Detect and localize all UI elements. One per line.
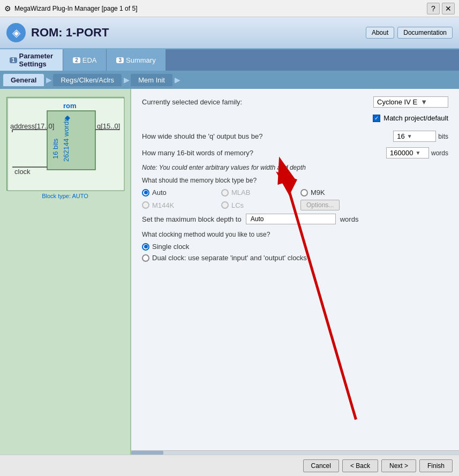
tab-arrow-2: ▶: [124, 75, 130, 84]
tab-mem-init-label: Mem Init: [138, 76, 165, 84]
words-row: How many 16-bit words of memory? 160000 …: [142, 147, 448, 158]
tab-summary[interactable]: 3 Summary: [107, 49, 165, 71]
dialog-header: ◈ ROM: 1-PORT About Documentation: [0, 17, 459, 49]
radio-auto-label: Auto: [152, 188, 167, 197]
documentation-button[interactable]: Documentation: [397, 27, 453, 39]
horizontal-scrollbar[interactable]: [131, 450, 459, 455]
radio-dual-clock[interactable]: Dual clock: use separate 'input' and 'ou…: [142, 254, 356, 262]
max-depth-unit: words: [340, 215, 359, 223]
device-family-label: Currently selected device family:: [142, 98, 242, 106]
radio-lcs-outer: [221, 201, 229, 209]
max-depth-input[interactable]: [246, 214, 336, 224]
radio-auto[interactable]: Auto: [142, 188, 217, 197]
radio-m144k-label: M144K: [152, 201, 174, 209]
radio-dual-clock-outer: [142, 254, 149, 262]
match-project-label: Match project/default: [383, 114, 448, 122]
radio-m144k-outer: [142, 201, 149, 209]
tab-eda[interactable]: 2 EDA: [63, 49, 107, 71]
next-button[interactable]: Next >: [381, 459, 416, 472]
max-depth-label: Set the maximum block depth to: [142, 215, 242, 223]
cancel-button[interactable]: Cancel: [303, 459, 339, 472]
dropdown-arrow-icon: ▼: [420, 98, 427, 106]
q-bus-dropdown[interactable]: 16 ▼: [393, 131, 436, 142]
options-button[interactable]: Options...: [300, 200, 340, 210]
sub-tabs: General ▶ Regs/Clken/Aclrs ▶ Mem Init ▶: [0, 71, 459, 89]
block-type-radios-row2: M144K LCs Options...: [142, 200, 448, 210]
right-panel: Currently selected device family: Cyclon…: [131, 89, 459, 476]
match-project-row: ✓ Match project/default: [142, 114, 448, 122]
title-bar: ⚙ MegaWizard Plug-In Manager [page 1 of …: [0, 0, 459, 17]
max-depth-row: Set the maximum block depth to words: [142, 214, 448, 224]
tab-num-1: 1: [10, 57, 17, 63]
radio-single-clock-label: Single clock: [152, 243, 189, 251]
bottom-bar: Cancel < Back Next > Finish: [0, 455, 459, 476]
tab-label-2: EDA: [82, 56, 97, 64]
tab-num-2: 2: [73, 57, 80, 63]
header-icon: ◈: [6, 23, 26, 42]
schematic-diagram: rom ◆ address[17..0] q[15..0] 16 bits 26…: [6, 97, 124, 191]
tab-general-label: General: [11, 76, 36, 84]
match-project-checkbox[interactable]: ✓: [373, 115, 380, 122]
device-family-dropdown[interactable]: Cyclone IV E ▼: [373, 96, 448, 108]
q-bus-arrow-icon: ▼: [407, 133, 412, 139]
svg-text:address[17..0]: address[17..0]: [10, 122, 54, 130]
q-bus-label: How wide should the 'q' output bus be?: [142, 132, 389, 140]
tab-parameter-settings[interactable]: 1 ParameterSettings: [0, 49, 63, 71]
about-button[interactable]: About: [366, 27, 394, 39]
radio-single-clock[interactable]: Single clock: [142, 243, 217, 251]
app-icon: ⚙: [4, 4, 11, 13]
words-label: How many 16-bit words of memory?: [142, 149, 382, 157]
tab-arrow-1: ▶: [46, 75, 52, 84]
svg-text:q[15..0]: q[15..0]: [97, 122, 120, 130]
finish-button[interactable]: Finish: [419, 459, 453, 472]
svg-text:262144 words: 262144 words: [62, 118, 70, 162]
block-type-section-label: What should the memory block type be?: [142, 177, 448, 184]
svg-text:rom: rom: [63, 102, 77, 110]
tab-label-1: ParameterSettings: [19, 52, 54, 68]
device-family-row: Currently selected device family: Cyclon…: [142, 96, 448, 108]
tab-num-3: 3: [116, 57, 124, 63]
block-type-label: Block type: AUTO: [42, 193, 88, 199]
tab-mem-init[interactable]: Mem Init: [131, 74, 172, 86]
radio-mlab-label: MLAB: [231, 188, 250, 197]
clocking-label: What clocking method would you like to u…: [142, 231, 448, 238]
words-value: 160000: [390, 149, 413, 157]
q-bus-unit: bits: [438, 133, 448, 140]
words-arrow-icon: ▼: [415, 150, 420, 156]
radio-m144k[interactable]: M144K: [142, 201, 217, 209]
back-button[interactable]: < Back: [342, 459, 378, 472]
tab-arrow-3: ▶: [175, 75, 180, 84]
radio-m9k[interactable]: M9K: [300, 188, 375, 197]
note-text: Note: You could enter arbitrary values f…: [142, 164, 448, 171]
device-family-value: Cyclone IV E: [377, 98, 417, 106]
main-content: rom ◆ address[17..0] q[15..0] 16 bits 26…: [0, 89, 459, 476]
q-bus-row: How wide should the 'q' output bus be? 1…: [142, 131, 448, 142]
tab-label-3: Summary: [126, 56, 156, 64]
radio-lcs-label: LCs: [231, 201, 244, 209]
radio-single-clock-outer: [142, 243, 149, 251]
radio-m9k-label: M9K: [311, 188, 325, 197]
close-button[interactable]: ✕: [442, 3, 455, 14]
words-unit: words: [431, 149, 448, 157]
window-title: MegaWizard Plug-In Manager [page 1 of 5]: [14, 5, 137, 12]
tab-regs[interactable]: Regs/Clken/Aclrs: [53, 74, 122, 86]
clocking-dual-row: Dual clock: use separate 'input' and 'ou…: [142, 254, 448, 262]
radio-mlab[interactable]: MLAB: [221, 188, 296, 197]
radio-m9k-outer: [300, 189, 308, 197]
wizard-tabs: 1 ParameterSettings 2 EDA 3 Summary: [0, 49, 459, 71]
help-button[interactable]: ?: [427, 3, 440, 14]
radio-auto-inner: [144, 191, 148, 194]
svg-text:16 bits: 16 bits: [51, 138, 59, 159]
radio-lcs[interactable]: LCs: [221, 201, 296, 209]
block-type-radios-row1: Auto MLAB M9K: [142, 188, 448, 197]
svg-text:clock: clock: [14, 168, 31, 176]
tab-regs-label: Regs/Clken/Aclrs: [61, 76, 114, 84]
words-dropdown[interactable]: 160000 ▼: [386, 147, 429, 158]
radio-dual-clock-label: Dual clock: use separate 'input' and 'ou…: [152, 254, 307, 262]
dialog-title: ROM: 1-PORT: [31, 26, 109, 40]
q-bus-value: 16: [397, 132, 404, 140]
tab-general[interactable]: General: [3, 74, 44, 86]
radio-single-clock-inner: [144, 245, 148, 248]
left-panel: rom ◆ address[17..0] q[15..0] 16 bits 26…: [0, 89, 131, 476]
clocking-single-row: Single clock: [142, 243, 448, 251]
